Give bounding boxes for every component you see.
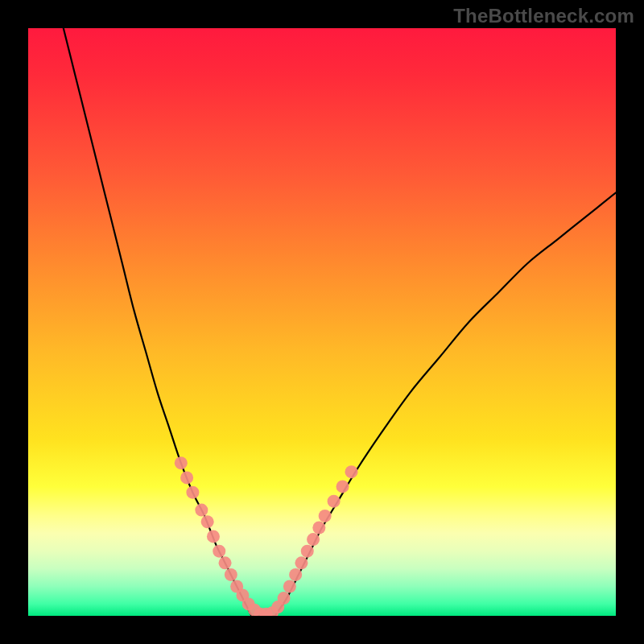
highlight-dot [295, 556, 308, 569]
highlight-dot [213, 545, 225, 558]
highlight-dot [225, 568, 237, 581]
chart-svg [28, 28, 616, 616]
highlight-dot [301, 545, 314, 558]
highlight-dot [328, 495, 341, 508]
highlight-dot [201, 515, 214, 528]
highlight-dot [219, 556, 232, 569]
watermark-text: TheBottleneck.com [453, 5, 634, 27]
highlight-dot [307, 533, 320, 546]
outer-frame: TheBottleneck.com [0, 0, 644, 644]
series-group [64, 28, 616, 616]
highlight-dot [336, 480, 349, 493]
bottleneck-curve [64, 28, 616, 616]
highlight-dot [186, 486, 199, 499]
highlight-dot [289, 568, 302, 581]
highlight-dot [180, 471, 193, 484]
highlight-dot [345, 465, 358, 478]
highlight-dot [278, 592, 291, 605]
highlight-dot [312, 522, 325, 535]
marker-group [175, 456, 358, 616]
highlight-dot [195, 504, 208, 517]
highlight-dot [175, 456, 188, 469]
highlight-dot [283, 580, 296, 593]
highlight-dot [207, 530, 220, 543]
plot-area [28, 28, 616, 616]
highlight-dot [319, 510, 332, 522]
